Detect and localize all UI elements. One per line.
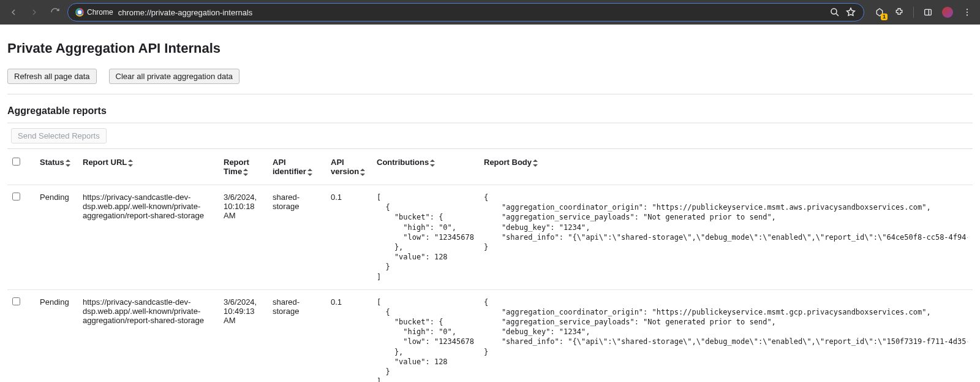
row-checkbox[interactable] <box>12 193 20 201</box>
cell-status: Pending <box>35 289 78 382</box>
table-header-row: Status Report URL Report Time API identi… <box>7 149 973 185</box>
cell-version: 0.1 <box>326 289 372 382</box>
svg-point-3 <box>967 12 968 13</box>
cell-body-text: { "aggregation_coordinator_origin": "htt… <box>484 193 968 252</box>
cell-version: 0.1 <box>326 185 372 290</box>
arrow-right-icon <box>29 7 39 17</box>
send-selected-button[interactable]: Send Selected Reports <box>11 128 107 143</box>
toolbar-separator <box>913 7 914 18</box>
toolbar-right: 1 <box>868 4 975 20</box>
cell-url: https://privacy-sandcastle-dev-dsp.web.a… <box>78 185 219 290</box>
side-panel-icon[interactable] <box>920 4 936 20</box>
svg-point-2 <box>967 9 968 10</box>
section-heading: Aggregatable reports <box>7 105 973 117</box>
sort-icon <box>243 169 248 176</box>
sort-icon <box>533 159 538 167</box>
cell-api-text: shared-storage <box>273 297 321 316</box>
cell-api: shared-storage <box>268 289 326 382</box>
svg-point-4 <box>967 15 968 16</box>
avatar-icon <box>942 7 953 18</box>
cell-contrib-text: [ { "bucket": { "high": "0", "low": "123… <box>377 297 474 382</box>
section-divider <box>7 94 973 94</box>
reports-table: Status Report URL Report Time API identi… <box>7 148 973 382</box>
select-all-checkbox[interactable] <box>12 158 20 166</box>
svg-point-0 <box>831 9 837 14</box>
cell-contrib-text: [ { "bucket": { "high": "0", "low": "123… <box>377 193 474 282</box>
bookmark-star-icon[interactable] <box>845 7 856 18</box>
table-row: Pendinghttps://privacy-sandcastle-dev-ds… <box>7 185 973 290</box>
col-body[interactable]: Report Body <box>479 149 973 185</box>
cell-time-text: 3/6/2024, 10:10:18 AM <box>224 193 263 220</box>
col-checkbox <box>7 149 35 185</box>
reload-button[interactable] <box>47 4 64 21</box>
sort-icon <box>307 169 312 176</box>
cell-version-text: 0.1 <box>331 297 367 307</box>
clear-button[interactable]: Clear all private aggregation data <box>109 69 240 84</box>
cell-url-text: https://privacy-sandcastle-dev-dsp.web.a… <box>83 297 214 325</box>
cell-status-text: Pending <box>40 297 73 307</box>
cell-checkbox <box>7 185 35 290</box>
zoom-icon[interactable] <box>829 7 840 18</box>
row-checkbox[interactable] <box>12 297 20 305</box>
browser-toolbar: Chrome chrome://private-aggregation-inte… <box>0 0 980 25</box>
cell-checkbox <box>7 289 35 382</box>
forward-button[interactable] <box>26 4 43 21</box>
cell-status: Pending <box>35 185 78 290</box>
cell-time: 3/6/2024, 10:49:13 AM <box>219 289 268 382</box>
omnibox[interactable]: Chrome chrome://private-aggregation-inte… <box>67 3 864 21</box>
chrome-logo-icon <box>75 8 84 17</box>
extension-icon[interactable]: 1 <box>872 4 888 20</box>
table-row: Pendinghttps://privacy-sandcastle-dev-ds… <box>7 289 973 382</box>
col-contrib[interactable]: Contributions <box>372 149 479 185</box>
site-chip-label: Chrome <box>87 8 113 17</box>
back-button[interactable] <box>5 4 22 21</box>
cell-body-text: { "aggregation_coordinator_origin": "htt… <box>484 297 968 357</box>
cell-body: { "aggregation_coordinator_origin": "htt… <box>479 185 973 290</box>
site-chip: Chrome <box>75 8 113 17</box>
page-title: Private Aggregation API Internals <box>7 40 973 56</box>
col-status[interactable]: Status <box>35 149 78 185</box>
reload-icon <box>50 7 60 17</box>
cell-status-text: Pending <box>40 193 73 202</box>
refresh-button[interactable]: Refresh all page data <box>7 69 97 84</box>
cell-body: { "aggregation_coordinator_origin": "htt… <box>479 289 973 382</box>
col-version[interactable]: API version <box>326 149 372 185</box>
svg-rect-1 <box>925 9 932 15</box>
profile-avatar[interactable] <box>940 4 956 20</box>
cell-url-text: https://privacy-sandcastle-dev-dsp.web.a… <box>83 193 214 220</box>
url-text: chrome://private-aggregation-internals <box>118 8 824 17</box>
cell-time-text: 3/6/2024, 10:49:13 AM <box>224 297 263 325</box>
cell-time: 3/6/2024, 10:10:18 AM <box>219 185 268 290</box>
cell-url: https://privacy-sandcastle-dev-dsp.web.a… <box>78 289 219 382</box>
sort-icon <box>430 159 435 167</box>
sort-icon <box>128 159 133 167</box>
sort-icon <box>66 159 70 167</box>
extension-badge: 1 <box>881 13 888 20</box>
arrow-left-icon <box>9 7 18 17</box>
extensions-puzzle-icon[interactable] <box>891 4 907 20</box>
sort-icon <box>360 169 365 176</box>
kebab-menu-icon[interactable] <box>959 4 975 20</box>
col-url[interactable]: Report URL <box>78 149 219 185</box>
cell-api: shared-storage <box>268 185 326 290</box>
cell-api-text: shared-storage <box>273 193 321 211</box>
cell-contrib: [ { "bucket": { "high": "0", "low": "123… <box>372 289 479 382</box>
col-api[interactable]: API identifier <box>268 149 326 185</box>
cell-version-text: 0.1 <box>331 193 367 202</box>
cell-contrib: [ { "bucket": { "high": "0", "low": "123… <box>372 185 479 290</box>
col-time[interactable]: Report Time <box>219 149 268 185</box>
